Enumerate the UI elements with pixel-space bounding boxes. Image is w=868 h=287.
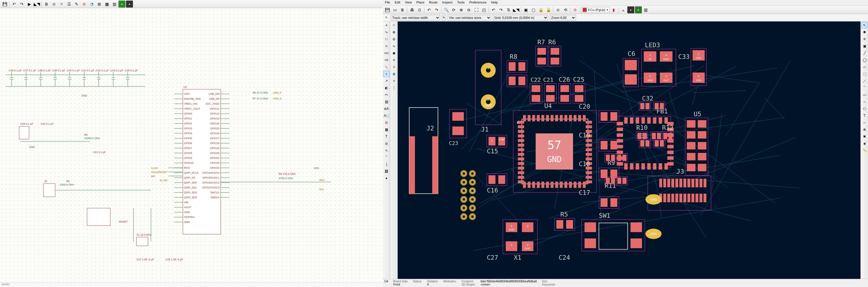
zonefill-icon[interactable]: ▦ [383,127,390,133]
image-icon[interactable]: 🖼 [383,168,390,175]
poly-tool-icon[interactable]: ⬠ [861,106,868,112]
annotate-icon[interactable]: ✎ [73,1,80,7]
origin-icon[interactable]: ◈ [861,140,868,147]
alt-icon[interactable]: ⊕ [391,29,397,35]
redo-icon[interactable]: ↷ [433,6,440,13]
grid-icon[interactable]: ∷ [383,36,390,42]
alt8-icon[interactable]: ⌗ [391,78,397,84]
console-icon[interactable]: ▪ [635,6,642,13]
trace-icon[interactable]: T [383,133,390,140]
zoom-out-icon[interactable]: ⊖ [465,6,472,13]
footprint-tool-icon[interactable]: ▣ [861,43,868,49]
menu-tools[interactable]: Tools [455,0,467,5]
select-tool-icon[interactable]: ↖ [861,22,868,28]
erc-icon[interactable]: ⊘ [81,1,88,7]
pcb-canvas[interactable]: J2 J1 1 2 GND C23 R8 [398,22,861,279]
route-tool-icon[interactable]: ╱ [861,50,868,56]
print-icon[interactable]: 🖶 [408,6,415,13]
track-edit-icon[interactable]: ✎ [442,15,446,21]
via-icon[interactable]: ◎ [383,140,390,147]
zoom-sel-icon[interactable]: ◰ [480,6,488,13]
ratsnest-tool-icon[interactable]: ✺ [861,29,868,35]
rot-cw-icon[interactable]: ↷ [498,6,504,13]
board-setup-icon[interactable]: ▭ [391,6,398,13]
appearance-icon[interactable]: ▥ [643,6,649,13]
find-icon[interactable]: 🔍 [443,6,450,13]
local-rats-icon[interactable]: ✳ [861,36,868,42]
fullcross-icon[interactable]: ＋ [383,71,390,77]
zone-tool-icon[interactable]: ▱ [861,64,868,70]
layerpair-icon[interactable]: ▮ [610,6,617,13]
schematic-canvas[interactable]: C36 0.1 μFC37 0.1 μFC38 0.1 μFC39 0.1 μF… [0,8,383,282]
menu-view[interactable]: View [403,0,414,5]
rect-tool-icon[interactable]: ▭ [861,92,868,98]
curved-rats-icon[interactable]: ∿ [383,29,390,35]
via-tool-icon[interactable]: ◯ [861,57,868,63]
more-icon[interactable]: ▾ [383,175,390,181]
delete-icon[interactable]: ✖ [861,133,868,140]
target-icon[interactable]: ⊕ [861,127,868,133]
contrast-icon[interactable]: ◐ [383,85,390,91]
undo-icon[interactable]: ↶ [11,1,18,7]
alt5-icon[interactable]: ≡ [391,57,397,63]
curve-icon[interactable]: ⌒ [383,154,390,160]
save-icon[interactable]: 💾 [1,1,8,7]
group-icon[interactable]: ▣ [522,6,529,13]
circle-tool-icon[interactable]: ○ [861,99,868,105]
drc-icon[interactable]: ⊞ [383,119,390,126]
menu-place[interactable]: Place [414,0,427,5]
flip-icon[interactable]: ◣◥ [33,1,40,7]
arc-icon[interactable]: ⟆ [383,161,390,168]
menu-help[interactable]: Help [489,0,500,5]
ortho-icon[interactable]: ↗ [383,78,390,84]
cursor-icon[interactable]: ↖ [384,15,389,20]
plot-icon[interactable]: ⎙ [416,6,423,13]
mil-unit-icon[interactable]: mil [383,57,390,63]
run-icon[interactable]: ▶ [26,1,33,7]
ungroup-icon[interactable]: ▢ [530,6,537,13]
track-width-select[interactable]: Track: use netclass width [391,15,440,21]
alt7-icon[interactable]: ◉ [391,71,397,77]
3d-icon[interactable]: ⟁ [620,6,627,13]
pcb-icon[interactable]: ▪ [119,1,125,7]
measure-icon[interactable]: 📏 [861,147,868,154]
dim-tool-icon[interactable]: ↔ [861,119,868,126]
flip-icon[interactable]: ✂ [383,92,390,98]
alt4-icon[interactable]: ◉ [391,50,397,56]
outline-icon[interactable]: ɑA [383,106,390,112]
cvpcb-icon[interactable]: ⊞ [96,1,103,7]
menu-route[interactable]: Route [427,0,440,5]
table-icon[interactable]: ▦ [103,1,110,7]
mirror-h-icon[interactable]: ◣◥ [513,6,520,13]
save-icon[interactable]: 💾 [384,6,391,13]
zoom-in-icon[interactable]: ⊕ [458,6,465,13]
redo-icon[interactable]: ↷ [18,1,25,7]
meander-icon[interactable]: ∿ [383,147,390,154]
grid-select[interactable]: Grid: 0,0100 mm (0,0004 in) [493,15,548,21]
netlist-icon[interactable]: ◔ [88,1,95,7]
footprint-icon[interactable]: ⌗ [58,1,65,7]
polar-icon[interactable]: ＼ [383,64,390,70]
symbol-icon[interactable]: ⎚ [51,1,58,7]
padnum-icon[interactable]: A◌ [383,112,390,119]
menu-prefs[interactable]: Preferences [467,0,489,5]
zoom-select[interactable]: Zoom 8,00 [550,15,576,21]
via-size-select[interactable]: Via: use netclass sizes [447,15,491,21]
show-ratsnest-icon[interactable]: ⌖ [383,22,390,28]
show-grid-icon2[interactable]: ∷ [391,22,397,28]
term-icon[interactable]: ▪ [126,1,133,7]
alt6-icon[interactable]: ⌗ [391,64,397,70]
arc-tool-icon[interactable]: ⌒ [861,85,868,91]
mirror-v-icon[interactable]: ⇅ [505,6,512,13]
lock-icon[interactable]: 🔒 [537,6,544,13]
page-icon[interactable]: 🗎 [399,6,406,13]
alt9-icon[interactable]: ⋮ [391,85,397,91]
menu-file[interactable]: File [383,0,393,5]
alt3-icon[interactable]: ∿ [391,43,397,49]
alt2-icon[interactable]: ⊖ [391,36,397,42]
rot-ccw-icon[interactable]: ↶ [490,6,497,13]
bom-icon[interactable]: ☰ [66,1,72,7]
menu-inspect[interactable]: Inspect [440,0,455,5]
fpedit-icon[interactable]: ⎚ [555,6,561,13]
update-icon[interactable]: ⟲ [562,6,569,13]
